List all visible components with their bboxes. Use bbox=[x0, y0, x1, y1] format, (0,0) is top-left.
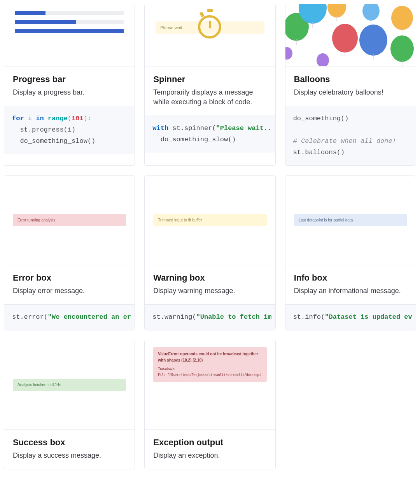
card-grid: Progress bar Display a progress bar. for… bbox=[4, 4, 416, 469]
code-block: for i in range(101): st.progress(i) do_s… bbox=[4, 106, 135, 154]
balloon-icon bbox=[390, 35, 414, 62]
balloon-icon bbox=[332, 24, 358, 53]
error-message-box: Error running analysis bbox=[13, 214, 126, 226]
card-title: Info box bbox=[294, 273, 407, 283]
card-desc: Display error message. bbox=[13, 286, 126, 296]
preview-balloons bbox=[285, 4, 416, 67]
success-message-box: Analysis finished in 3.14s bbox=[13, 379, 126, 391]
balloon-icon bbox=[327, 4, 346, 18]
card-title: Warning box bbox=[153, 273, 266, 283]
card-title: Exception output bbox=[153, 437, 266, 448]
card-balloons[interactable]: Balloons Display celebratory balloons! d… bbox=[285, 4, 416, 166]
preview-success: Analysis finished in 3.14s bbox=[4, 340, 135, 430]
card-title: Error box bbox=[13, 273, 126, 283]
preview-warning: Trimmed input to fit buffer bbox=[145, 176, 275, 265]
progressbar-track bbox=[15, 11, 124, 15]
card-exception-output[interactable]: ValueError: operands could not be broadc… bbox=[144, 340, 275, 469]
card-desc: Temporarily displays a message while exe… bbox=[153, 88, 266, 107]
card-desc: Display celebratory balloons! bbox=[294, 88, 407, 97]
card-desc: Display warning message. bbox=[153, 286, 266, 296]
balloon-icon bbox=[317, 53, 329, 67]
preview-info: Last datapoint is for partial data bbox=[285, 176, 416, 265]
card-error-box[interactable]: Error running analysis Error box Display… bbox=[4, 175, 135, 330]
card-desc: Display a progress bar. bbox=[13, 88, 126, 97]
code-block: with st.spinner("Please wait.. do_someth… bbox=[145, 116, 275, 153]
preview-error: Error running analysis bbox=[4, 176, 135, 265]
card-desc: Display an exception. bbox=[153, 451, 266, 460]
progressbar-track bbox=[15, 29, 124, 33]
code-block: st.info("Dataset is updated ev bbox=[285, 304, 416, 330]
card-title: Balloons bbox=[294, 74, 407, 84]
balloon-icon bbox=[391, 6, 413, 30]
balloon-icon bbox=[359, 25, 387, 56]
preview-progress bbox=[4, 4, 135, 67]
preview-exception: ValueError: operands could not be broadc… bbox=[145, 340, 275, 430]
code-block: st.error("We encountered an er bbox=[4, 304, 135, 330]
card-desc: Display a success message. bbox=[13, 451, 126, 460]
card-progress-bar[interactable]: Progress bar Display a progress bar. for… bbox=[4, 4, 135, 166]
card-desc: Display an informational message. bbox=[294, 286, 407, 296]
card-info-box[interactable]: Last datapoint is for partial data Info … bbox=[285, 175, 416, 330]
code-block: st.warning("Unable to fetch im bbox=[145, 304, 275, 330]
progressbar-track bbox=[15, 20, 124, 24]
card-success-box[interactable]: Analysis finished in 3.14s Success box D… bbox=[4, 340, 135, 469]
stopwatch-icon bbox=[198, 9, 222, 39]
card-title: Progress bar bbox=[13, 74, 126, 84]
preview-spinner: Please wait... bbox=[145, 4, 275, 67]
card-spinner[interactable]: Please wait... Spinner Temporarily displ… bbox=[144, 4, 275, 166]
info-message-box: Last datapoint is for partial data bbox=[294, 214, 407, 226]
warning-message-box: Trimmed input to fit buffer bbox=[153, 214, 266, 226]
code-block: do_something() # Celebrate when all done… bbox=[285, 106, 416, 165]
card-warning-box[interactable]: Trimmed input to fit buffer Warning box … bbox=[144, 175, 275, 330]
card-title: Spinner bbox=[153, 74, 266, 84]
balloon-icon bbox=[362, 4, 380, 21]
balloon-icon bbox=[285, 47, 292, 60]
exception-box: ValueError: operands could not be broadc… bbox=[153, 347, 266, 382]
card-title: Success box bbox=[13, 437, 126, 448]
